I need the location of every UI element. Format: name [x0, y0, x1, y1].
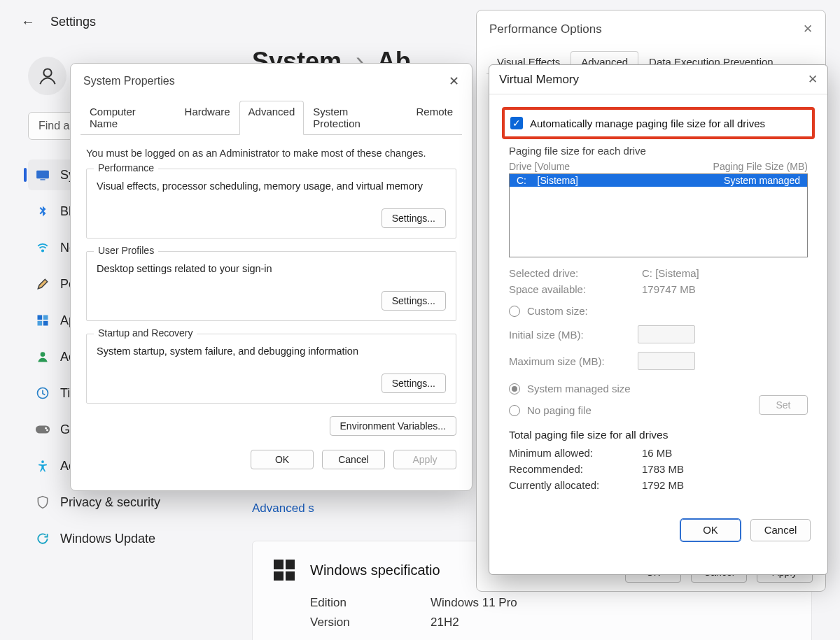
totals-row: Minimum allowed:16 MB — [509, 447, 808, 459]
person-icon — [35, 349, 50, 364]
svg-point-3 — [42, 250, 43, 251]
tab-advanced[interactable]: Advanced — [239, 101, 304, 135]
svg-rect-1 — [36, 171, 49, 179]
drive-row[interactable]: C: [Sistema] System managed — [510, 174, 807, 187]
cancel-button[interactable]: Cancel — [750, 519, 811, 541]
max-size-label: Maximum size (MB): — [509, 355, 628, 367]
clock-icon — [35, 385, 50, 401]
spec-value: Windows 11 Pro — [430, 596, 517, 610]
settings-button[interactable]: Settings... — [382, 374, 446, 393]
apps-icon — [35, 313, 50, 328]
close-icon[interactable]: ✕ — [808, 72, 818, 87]
set-button[interactable]: Set — [759, 395, 808, 415]
initial-size-input[interactable] — [638, 325, 695, 343]
drive-list[interactable]: C: [Sistema] System managed — [509, 173, 808, 257]
svg-rect-7 — [43, 321, 48, 326]
group-legend: Startup and Recovery — [94, 327, 197, 339]
group-user-profiles: User Profiles Desktop settings related t… — [86, 251, 456, 321]
system-managed-label: System managed size — [527, 383, 631, 394]
apply-button[interactable]: Apply — [393, 450, 456, 469]
close-icon[interactable]: ✕ — [449, 73, 459, 89]
tab-remote[interactable]: Remote — [407, 101, 462, 135]
svg-point-8 — [41, 352, 46, 357]
spec-key: Edition — [310, 596, 394, 610]
auto-manage-checkbox[interactable]: ✓ — [510, 117, 523, 129]
cancel-button[interactable]: Cancel — [322, 450, 385, 469]
🖥-icon — [35, 167, 50, 183]
svg-rect-4 — [38, 315, 43, 320]
sysprops-title: System Properties — [83, 75, 175, 87]
windows-logo-icon — [274, 560, 295, 581]
auto-manage-label[interactable]: Automatically manage paging file size fo… — [530, 118, 765, 129]
bt-icon — [35, 204, 50, 219]
custom-size-radio[interactable] — [509, 306, 520, 317]
tab-system-protection[interactable]: System Protection — [304, 101, 407, 135]
admin-note: You must be logged on as an Administrato… — [86, 148, 456, 159]
svg-rect-2 — [40, 179, 45, 180]
windows-specs-heading: Windows specificatio — [310, 562, 440, 578]
group-desc: System startup, system failure, and debu… — [97, 346, 446, 357]
no-paging-label: No paging file — [527, 404, 592, 416]
totals-heading: Total paging file size for all drives — [509, 429, 808, 441]
sidebar-item-9[interactable]: Privacy & security — [28, 487, 252, 518]
virtual-memory-dialog: Virtual Memory ✕ ✓ Automatically manage … — [489, 64, 828, 575]
sidebar-item-label: Ti — [60, 386, 70, 401]
custom-size-label: Custom size: — [527, 305, 588, 317]
drive-letter: C: — [517, 175, 526, 186]
paging-section-label: Paging file size for each drive — [509, 145, 808, 157]
tab-computer-name[interactable]: Computer Name — [80, 101, 176, 135]
settings-button[interactable]: Settings... — [382, 208, 446, 228]
spec-key: Version — [310, 616, 394, 630]
settings-button[interactable]: Settings... — [382, 291, 446, 311]
group-performance: Performance Visual effects, processor sc… — [86, 169, 456, 239]
close-icon[interactable]: ✕ — [803, 22, 813, 36]
system-managed-radio[interactable] — [509, 383, 520, 394]
game-icon — [35, 422, 50, 437]
totals-row: Recommended:1783 MB — [509, 463, 808, 475]
col-size: Paging File Size (MB) — [713, 161, 808, 172]
avatar[interactable] — [28, 57, 66, 95]
vm-title: Virtual Memory — [499, 73, 579, 87]
group-desc: Visual effects, processor scheduling, me… — [97, 180, 446, 192]
system-properties-dialog: System Properties ✕ Computer NameHardwar… — [70, 63, 472, 491]
svg-point-0 — [43, 69, 51, 76]
spec-row: Version21H2 — [310, 616, 790, 630]
brush-icon — [35, 276, 50, 292]
selected-drive-value: C: [Sistema] — [642, 267, 699, 279]
shield-icon — [35, 495, 50, 510]
ok-button[interactable]: OK — [680, 519, 741, 541]
env-vars-button[interactable]: Environment Variables... — [330, 416, 456, 436]
spec-value: 21H2 — [430, 616, 459, 630]
group-legend: User Profiles — [94, 245, 158, 256]
totals-key: Minimum allowed: — [509, 447, 628, 459]
svg-point-11 — [45, 427, 47, 429]
back-icon[interactable]: ← — [21, 14, 35, 30]
svg-rect-6 — [38, 321, 43, 326]
sidebar-item-10[interactable]: Windows Update — [28, 523, 252, 554]
group-legend: Performance — [94, 162, 158, 173]
space-available-label: Space available: — [509, 283, 628, 295]
tab-hardware[interactable]: Hardware — [176, 101, 239, 135]
space-available-value: 179747 MB — [642, 283, 696, 295]
totals-value: 1792 MB — [642, 479, 684, 491]
wifi-icon — [35, 240, 50, 255]
ok-button[interactable]: OK — [251, 450, 314, 469]
group-startup-and-recovery: Startup and Recovery System startup, sys… — [86, 334, 456, 404]
access-icon — [35, 458, 50, 474]
perf-title: Performance Options — [489, 22, 602, 36]
sidebar-item-label: Privacy & security — [60, 495, 160, 510]
initial-size-label: Initial size (MB): — [509, 329, 628, 341]
col-drive: Drive [Volume — [509, 161, 570, 172]
totals-value: 1783 MB — [642, 463, 684, 475]
totals-row: Currently allocated:1792 MB — [509, 479, 808, 491]
group-desc: Desktop settings related to your sign-in — [97, 263, 446, 274]
update-icon — [35, 531, 50, 546]
svg-point-12 — [46, 429, 48, 432]
totals-key: Recommended: — [509, 463, 628, 475]
no-paging-radio[interactable] — [509, 405, 520, 416]
max-size-input[interactable] — [638, 352, 695, 370]
drive-volume: [Sistema] — [538, 175, 578, 186]
svg-point-13 — [41, 460, 44, 463]
sidebar-item-label: Windows Update — [60, 532, 155, 546]
svg-rect-5 — [43, 315, 48, 320]
